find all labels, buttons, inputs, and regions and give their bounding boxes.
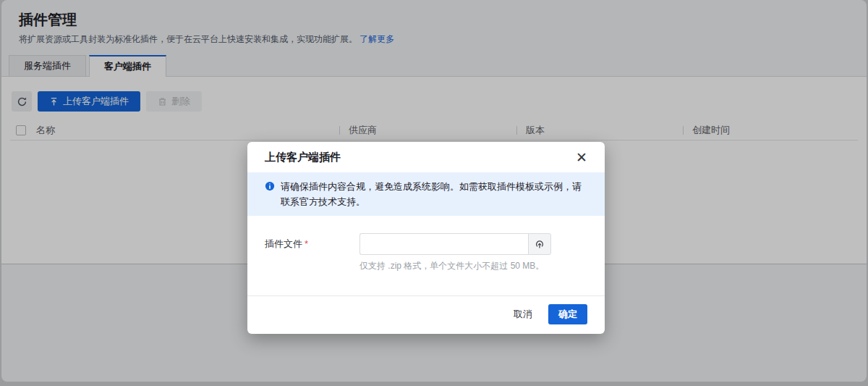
plugin-file-field: 仅支持 .zip 格式，单个文件大小不超过 50 MB。 — [359, 233, 551, 272]
screen: 插件管理 将扩展资源或工具封装为标准化插件，便于在云平台上快速安装和集成，实现功… — [0, 0, 868, 386]
plugin-file-label: 插件文件* — [265, 233, 359, 272]
dialog-header: 上传客户端插件 ✕ — [247, 142, 605, 172]
file-format-hint: 仅支持 .zip 格式，单个文件大小不超过 50 MB。 — [359, 260, 551, 272]
file-upload-button[interactable] — [528, 233, 551, 255]
confirm-button[interactable]: 确定 — [548, 304, 587, 324]
cancel-button[interactable]: 取消 — [505, 304, 541, 324]
required-mark: * — [305, 238, 308, 249]
close-icon[interactable]: ✕ — [573, 149, 590, 166]
dialog-footer: 取消 确定 — [247, 295, 605, 334]
dialog-body: 插件文件* 仅支持 .zip 格式，单个文件大小不超过 50 MB。 — [247, 216, 605, 295]
upload-client-plugin-dialog: 上传客户端插件 ✕ 请确保插件内容合规，避免造成系统影响。如需获取插件模板或示例… — [247, 142, 605, 334]
alert-text: 请确保插件内容合规，避免造成系统影响。如需获取插件模板或示例，请联系官方技术支持… — [281, 179, 583, 209]
dialog-title: 上传客户端插件 — [265, 151, 573, 164]
plugin-file-input[interactable] — [359, 233, 528, 255]
plugin-file-form-row: 插件文件* 仅支持 .zip 格式，单个文件大小不超过 50 MB。 — [265, 233, 587, 272]
info-icon — [265, 181, 275, 209]
upload-file-icon — [534, 238, 545, 250]
info-alert: 请确保插件内容合规，避免造成系统影响。如需获取插件模板或示例，请联系官方技术支持… — [247, 172, 605, 216]
